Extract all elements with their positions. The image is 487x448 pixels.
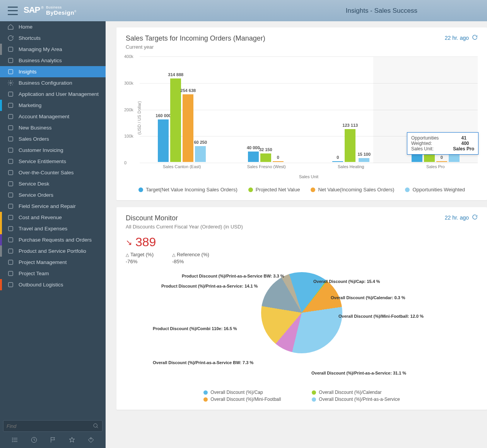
svg-rect-9 <box>8 148 12 152</box>
recent-icon[interactable] <box>27 434 41 446</box>
sidebar-search[interactable] <box>3 420 103 432</box>
sidebar-item-label: Insights <box>19 69 37 75</box>
sidebar-item-purchase-requests-and-orders[interactable]: Purchase Requests and Orders <box>0 234 106 245</box>
sidebar-item-over-the-counter-sales[interactable]: Over-the-Counter Sales <box>0 167 106 178</box>
sidebar-item-label: Customer Invoicing <box>19 147 63 153</box>
svg-rect-6 <box>8 114 12 119</box>
sidebar-item-label: Business Configuration <box>19 80 72 86</box>
kpi-details: △Target (%)-76% △Reference (%)-85% <box>126 252 478 264</box>
card-timestamp: 22 hr. ago <box>445 214 478 221</box>
legend-item[interactable]: Net Value(Incoming Sales Orders) <box>311 187 394 192</box>
bar-chart-icon <box>7 57 14 64</box>
sidebar-item-label: Service Orders <box>19 192 53 198</box>
sidebar-item-managing-my-area[interactable]: Managing My Area <box>0 44 106 55</box>
sidebar-item-project-team[interactable]: Project Team <box>0 268 106 279</box>
card-subtitle: Current year <box>126 44 445 50</box>
sidebar-item-marketing[interactable]: Marketing <box>0 100 106 111</box>
sidebar-item-new-business[interactable]: New Business <box>0 122 106 133</box>
svg-rect-2 <box>8 70 12 74</box>
sidebar-item-application-and-user-management[interactable]: Application and User Management <box>0 89 106 100</box>
sidebar-item-label: Field Service and Repair <box>19 203 76 209</box>
user-icon <box>7 113 14 120</box>
legend-item[interactable]: Overall Discount (%)/Cap <box>203 390 281 395</box>
svg-point-29 <box>12 441 13 442</box>
svg-rect-18 <box>8 249 12 253</box>
megaphone-icon <box>7 102 14 109</box>
pie-chart[interactable]: Overall Discount (%)/Cap: 15.4 %Overall … <box>126 272 478 388</box>
card-sales-targets: Sales Targets for Incoming Orders (Manag… <box>116 27 487 200</box>
pie-slice-label: Overall Discount (%)/Cap: 15.4 % <box>313 279 380 284</box>
sidebar-item-outbound-logistics[interactable]: Outbound Logistics <box>0 279 106 290</box>
doc-money-icon <box>7 147 14 154</box>
sidebar-item-label: Application and User Management <box>19 91 99 97</box>
svg-rect-5 <box>8 103 12 107</box>
list-icon[interactable] <box>8 434 22 446</box>
star-icon[interactable] <box>65 434 79 446</box>
sidebar-item-travel-and-expenses[interactable]: Travel and Expenses <box>0 223 106 234</box>
nav-list: HomeShortcutsManaging My AreaBusiness An… <box>0 21 106 417</box>
kpi-value: ↘ 389 <box>126 235 478 249</box>
sidebar-item-label: Product and Service Portfolio <box>19 248 86 254</box>
sidebar-item-cost-and-revenue[interactable]: Cost and Revenue <box>0 212 106 223</box>
sidebar-item-label: Shortcuts <box>19 35 41 41</box>
pie-slice-label: Product Discount (%)/Combi 110e: 16.5 % <box>153 326 237 331</box>
svg-rect-0 <box>8 47 12 51</box>
bar-chart[interactable]: (USD / US Dollar) 0 100k 200k 300k 400k … <box>126 57 478 179</box>
refresh-icon <box>7 35 14 42</box>
legend-item[interactable]: Target(Net Value Incoming Sales Orders) <box>138 187 238 192</box>
sidebar-item-label: Travel and Expenses <box>19 226 67 232</box>
sidebar-item-account-management[interactable]: Account Management <box>0 111 106 122</box>
gear-icon <box>7 80 14 87</box>
pie-slice-label: Overall Discount (%)/Print-as-a-Service … <box>153 360 253 365</box>
sidebar-item-label: Service Entitlements <box>19 158 66 164</box>
legend-item[interactable]: Opportunities Weighted <box>405 187 465 192</box>
sidebar-item-service-desk[interactable]: Service Desk <box>0 178 106 189</box>
bar-legend: Target(Net Value Incoming Sales Orders)P… <box>126 187 478 192</box>
sidebar-item-label: Cost and Revenue <box>19 215 62 220</box>
sidebar-item-label: Service Desk <box>19 181 50 187</box>
sidebar-item-product-and-service-portfolio[interactable]: Product and Service Portfolio <box>0 245 106 257</box>
user-badge-icon <box>7 46 14 53</box>
sidebar-item-service-entitlements[interactable]: Service Entitlements <box>0 156 106 167</box>
tag-icon[interactable] <box>84 434 98 446</box>
people-icon <box>7 270 14 277</box>
legend-item[interactable]: Projected Net Value <box>248 187 300 192</box>
wrench-icon <box>7 91 14 98</box>
doc-list-icon <box>7 214 14 221</box>
search-input[interactable] <box>7 423 93 429</box>
x-axis-label: Sales Unit <box>140 174 478 179</box>
pie-slice-label: Overall Discount (%)/Print-as-a-Service:… <box>311 371 406 375</box>
svg-rect-7 <box>8 126 12 130</box>
search-icon <box>93 423 99 429</box>
svg-rect-21 <box>8 283 12 287</box>
pie-legend: Overall Discount (%)/CapOverall Discount… <box>126 390 478 402</box>
legend-item[interactable]: Overall Discount (%)/Mini-Football <box>203 397 281 402</box>
sidebar-item-shortcuts[interactable]: Shortcuts <box>0 32 106 44</box>
sidebar-item-customer-invoicing[interactable]: Customer Invoicing <box>0 145 106 156</box>
sidebar-item-label: Managing My Area <box>19 46 62 52</box>
menu-toggle[interactable] <box>8 7 18 15</box>
pie-slice-label: Product Discount (%)/Print-as-a-Service:… <box>161 284 258 288</box>
truck-icon <box>7 281 14 288</box>
sidebar-item-field-service-and-repair[interactable]: Field Service and Repair <box>0 201 106 212</box>
refresh-icon[interactable] <box>472 214 478 221</box>
sidebar-item-insights[interactable]: Insights <box>0 66 106 77</box>
legend-item[interactable]: Overall Discount (%)/Calendar <box>312 390 400 395</box>
sidebar-item-business-analytics[interactable]: Business Analytics <box>0 55 106 66</box>
sidebar-item-label: Outbound Logistics <box>19 282 63 288</box>
sidebar-item-sales-orders[interactable]: Sales Orders <box>0 133 106 145</box>
svg-rect-8 <box>8 137 12 141</box>
legend-item[interactable]: Overall Discount (%)/Print-as-a-Service <box>312 397 400 402</box>
svg-rect-12 <box>8 182 12 186</box>
package-icon <box>7 248 14 255</box>
sidebar-item-service-orders[interactable]: Service Orders <box>0 189 106 201</box>
clipboard-icon <box>7 158 14 165</box>
sidebar-item-business-configuration[interactable]: Business Configuration <box>0 77 106 89</box>
cash-icon <box>7 169 14 176</box>
calendar-icon <box>7 259 14 266</box>
refresh-icon[interactable] <box>472 34 478 41</box>
svg-rect-14 <box>8 204 12 208</box>
sidebar-item-project-management[interactable]: Project Management <box>0 257 106 268</box>
sidebar-item-home[interactable]: Home <box>0 21 106 32</box>
flag-icon[interactable] <box>46 434 60 446</box>
